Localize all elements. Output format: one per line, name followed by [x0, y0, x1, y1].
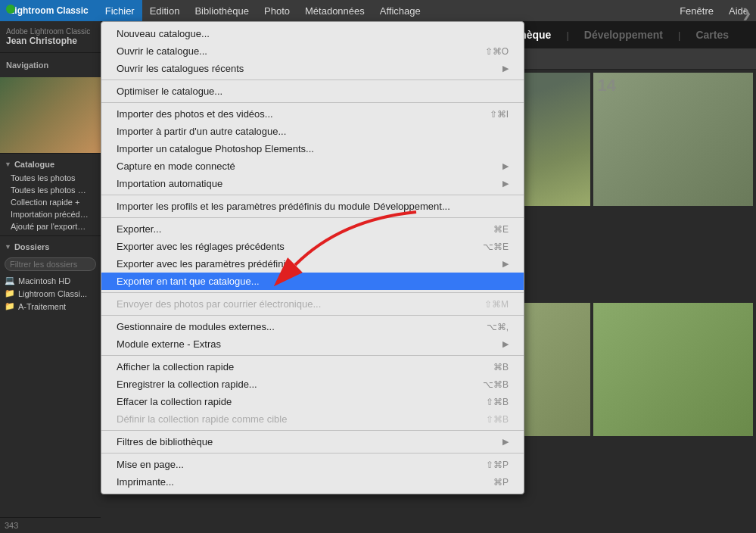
separator-7	[101, 355, 524, 356]
menu-item-effacer-collection[interactable]: Effacer la collection rapide ⇧⌘B	[101, 393, 524, 410]
menu-fichier[interactable]: Fichier	[98, 0, 142, 21]
menu-item-afficher-collection[interactable]: Afficher la collection rapide ⌘B	[101, 358, 524, 376]
menu-metadonnees[interactable]: Métadonnées	[297, 0, 372, 21]
separator-8	[101, 430, 524, 431]
shortcut-definir-cible: ⇧⌘B	[471, 414, 509, 425]
menu-fenetre[interactable]: Fenêtre	[672, 0, 721, 21]
menu-item-mise-en-page[interactable]: Mise en page... ⇧⌘P	[101, 456, 524, 473]
collapse-button[interactable]: ❯	[742, 6, 751, 20]
shortcut-enregistrer-collection: ⌥⌘B	[468, 379, 509, 390]
menu-item-imprimante[interactable]: Imprimante... ⌘P	[101, 473, 524, 491]
menu-affichage[interactable]: Affichage	[372, 0, 428, 21]
arrow-ouvrir-recents: ▶	[502, 64, 509, 73]
menu-item-module-extras[interactable]: Module externe - Extras ▶	[101, 335, 524, 353]
menu-item-capture-connecte[interactable]: Capture en mode connecté ▶	[101, 157, 524, 175]
menu-item-filtres[interactable]: Filtres de bibliothèque ▶	[101, 433, 524, 450]
menu-item-importer-autre[interactable]: Importer à partir d'un autre catalogue..…	[101, 123, 524, 140]
menu-item-exporter-predefinis[interactable]: Exporter avec les paramètres prédéfinis …	[101, 255, 524, 273]
separator-5	[101, 292, 524, 293]
menu-edition[interactable]: Edition	[142, 0, 188, 21]
menu-item-exporter-reglages[interactable]: Exporter avec les réglages précédents ⌥⌘…	[101, 238, 524, 255]
shortcut-mise-en-page: ⇧⌘P	[471, 460, 509, 470]
shortcut-effacer-collection: ⇧⌘B	[471, 397, 509, 407]
shortcut-importer-photos: ⇧⌘I	[474, 109, 509, 120]
separator-9	[101, 453, 524, 454]
shortcut-afficher-collection: ⌘B	[478, 362, 509, 372]
shortcut-exporter: ⌘E	[478, 224, 509, 235]
menu-item-ouvrir-catalogue[interactable]: Ouvrir le catalogue... ⇧⌘O	[101, 42, 524, 60]
menu-bibliotheque[interactable]: Bibliothèque	[187, 0, 257, 21]
menu-item-importer-photos[interactable]: Importer des photos et des vidéos... ⇧⌘I	[101, 105, 524, 123]
separator-1	[101, 79, 524, 80]
menu-item-nouveau-catalogue[interactable]: Nouveau catalogue...	[101, 25, 524, 42]
traffic-light-green[interactable]	[6, 5, 15, 14]
shortcut-imprimante: ⌘P	[478, 477, 509, 488]
separator-4	[101, 217, 524, 218]
menu-item-gestionnaire[interactable]: Gestionnaire de modules externes... ⌥⌘,	[101, 318, 524, 335]
fichier-dropdown: Nouveau catalogue... Ouvrir le catalogue…	[101, 21, 524, 494]
shortcut-exporter-reglages: ⌥⌘E	[468, 242, 509, 252]
shortcut-email: ⇧⌘M	[469, 299, 509, 310]
arrow-module-extras: ▶	[502, 339, 509, 349]
menu-item-enregistrer-collection[interactable]: Enregistrer la collection rapide... ⌥⌘B	[101, 376, 524, 393]
arrow-exporter-predefinis: ▶	[502, 259, 509, 269]
separator-2	[101, 102, 524, 103]
menu-item-ouvrir-recents[interactable]: Ouvrir les catalogues récents ▶	[101, 60, 524, 77]
separator-3	[101, 195, 524, 195]
menu-photo[interactable]: Photo	[257, 0, 297, 21]
menu-item-importation-auto[interactable]: Importation automatique ▶	[101, 175, 524, 192]
menu-item-envoyer-email: Envoyer des photos par courrier électron…	[101, 295, 524, 313]
arrow-capture: ▶	[502, 161, 509, 171]
menu-item-importer-profils[interactable]: Importer les profils et les paramètres p…	[101, 198, 524, 215]
menu-item-exporter-catalogue[interactable]: Exporter en tant que catalogue...	[101, 273, 524, 290]
arrow-filtres: ▶	[502, 437, 509, 447]
menu-item-definir-cible: Définir la collection rapide comme cible…	[101, 410, 524, 428]
menu-item-optimiser[interactable]: Optimiser le catalogue...	[101, 83, 524, 100]
menu-item-importer-photoshop[interactable]: Importer un catalogue Photoshop Elements…	[101, 140, 524, 157]
menu-item-exporter[interactable]: Exporter... ⌘E	[101, 220, 524, 238]
menubar: Lightroom Classic Fichier Edition Biblio…	[0, 0, 756, 21]
shortcut-ouvrir: ⇧⌘O	[470, 46, 509, 57]
arrow-importation-auto: ▶	[502, 179, 509, 189]
separator-6	[101, 315, 524, 316]
shortcut-gestionnaire: ⌥⌘,	[471, 322, 509, 332]
